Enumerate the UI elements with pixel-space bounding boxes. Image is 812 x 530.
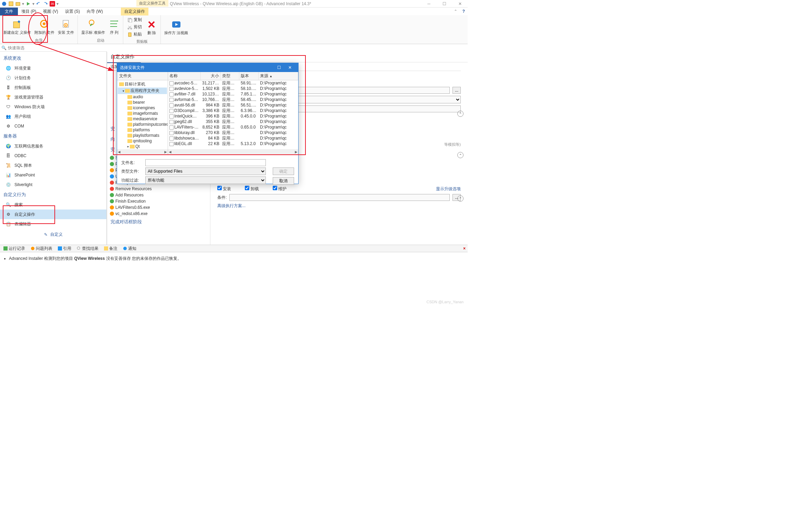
tree-hscroll[interactable]: ◄► [117, 149, 168, 155]
collapse-icon-2[interactable]: ⌃ [457, 152, 464, 158]
titlebar: ▾ ▾ 35 ▾ 自定义操作工具 QView Wireless - QView … [0, 0, 468, 8]
collapse-icon[interactable]: ⌃ [457, 111, 464, 117]
dialog-titlebar[interactable]: 选择安装文件 ☐ ✕ [117, 63, 298, 72]
btab-find[interactable]: 查找结果 [75, 245, 101, 252]
sidebar-item[interactable]: 🔍搜索 [0, 200, 106, 210]
sidebar-item[interactable]: 📋表编辑器 [0, 219, 106, 229]
file-row[interactable]: avutil-56.dll984 KB应用程序...56.51.10...D:\… [168, 102, 298, 108]
svg-rect-22 [58, 246, 62, 251]
folder-tree-item[interactable]: ▸ Qt [118, 144, 167, 149]
folder-tree-item[interactable]: qmltooling [118, 138, 167, 144]
folder-tree-item[interactable]: playlistformats [118, 133, 167, 138]
badge-icon[interactable]: 35 [50, 1, 55, 7]
delete-button[interactable]: 删 除 [145, 16, 158, 38]
open-icon[interactable] [15, 1, 21, 7]
menu-wizard[interactable]: 向导 (W) [83, 8, 106, 16]
paste-button[interactable]: 粘贴 [126, 31, 143, 38]
file-row[interactable]: libbluray.dll270 KB应用程序...D:\Program\qc [168, 130, 298, 135]
condition-field[interactable] [229, 194, 450, 201]
filename-input[interactable] [145, 159, 266, 166]
cut-button[interactable]: 剪切 [126, 24, 143, 30]
file-row[interactable]: avdevice-58...1,502 KB应用程序...58.10.10...… [168, 86, 298, 91]
sidebar-item[interactable]: 🛡Windows 防火墙 [0, 102, 106, 112]
folder-tree-item[interactable]: 目标计算机 [118, 81, 167, 88]
help-icon[interactable]: ? [462, 9, 465, 14]
sidebar-item[interactable]: 🌍互联网信息服务 [0, 141, 106, 151]
menu-file[interactable]: 文件 [0, 8, 18, 16]
tree-item[interactable]: LAVFilters0.65.exe [108, 204, 209, 211]
undo-icon[interactable] [36, 1, 41, 7]
menu-view[interactable]: 视图 (V) [40, 8, 61, 16]
install-file-button[interactable]: 安装 文件 [56, 16, 75, 37]
menu-project[interactable]: 项目 (P) [18, 8, 40, 16]
sidebar-item[interactable]: 🎛控制面板 [0, 83, 106, 92]
file-row[interactable]: avformat-58...10,766 KB应用程序...58.45.10..… [168, 97, 298, 102]
folder-tree-item[interactable]: bearer [118, 100, 167, 105]
file-row[interactable]: jpeg62.dll355 KB应用程序...D:\Program\qc [168, 119, 298, 124]
file-row[interactable]: libdshowcap...84 KB应用程序...D:\Program\qc [168, 135, 298, 141]
filetype-select[interactable]: All Supported Files [145, 167, 266, 175]
sequence-button[interactable]: 序 列 [107, 16, 121, 37]
sidebar-item[interactable]: 🌐环境变量 [0, 63, 106, 73]
folder-tree-item[interactable]: imageformats [118, 111, 167, 116]
folder-icon [130, 145, 135, 149]
sidebar-customize[interactable]: ✎自定义 [0, 229, 106, 240]
run-icon[interactable] [25, 1, 31, 7]
folder-tree-item[interactable]: audio [118, 94, 167, 100]
menu-settings[interactable]: 设置 (S) [62, 8, 83, 16]
bottom-close-icon[interactable]: × [463, 246, 466, 251]
btab-runlog[interactable]: 运行记录 [1, 245, 27, 252]
dialog-close-icon[interactable]: ✕ [284, 63, 295, 72]
tree-item[interactable]: Add Resources [108, 192, 209, 198]
minimize-button[interactable]: ─ [421, 0, 437, 8]
folder-tree-item[interactable]: platforms [118, 127, 167, 133]
browse-button[interactable]: ... [452, 87, 461, 94]
btab-issues[interactable]: 问题列表 [29, 245, 54, 252]
quick-filter-input[interactable] [8, 45, 105, 50]
sidebar-item[interactable]: 💿Silverlight [0, 180, 106, 190]
sidebar-item[interactable]: 📜SQL 脚本 [0, 161, 106, 170]
collapse-ribbon-icon[interactable]: ⌃ [454, 9, 457, 14]
save-icon[interactable] [8, 1, 14, 7]
tree-item[interactable]: Finish Execution [108, 198, 209, 204]
video-button[interactable]: 操作方 法视频 [163, 16, 189, 38]
attached-file-button[interactable]: 附加的 文件 [33, 16, 56, 37]
sidebar-item[interactable]: 🗄ODBC [0, 151, 106, 161]
sidebar-item[interactable]: 🕐计划任务 [0, 73, 106, 83]
copy-button[interactable]: 复制 [126, 17, 143, 23]
file-row[interactable]: avfilter-7.dll10,123 KB应用程序...7.85.100..… [168, 91, 298, 97]
file-row[interactable]: IntelQuickSy...396 KB应用程序...0.45.0.0D:\P… [168, 113, 298, 119]
advanced-exec-link[interactable]: 高级执行方案... [217, 203, 461, 209]
sidebar-item[interactable]: 📊SharePoint [0, 170, 106, 180]
show-standard-button[interactable]: 显示标 准操作 [80, 16, 106, 37]
collapse-icon-3[interactable]: ⌃ [457, 195, 464, 202]
maximize-button[interactable]: ☐ [437, 0, 452, 8]
list-hscroll[interactable]: ◄► [168, 149, 298, 155]
btab-notify[interactable]: 通知 [121, 245, 138, 252]
folder-tree-item[interactable]: iconengines [118, 105, 167, 111]
file-row[interactable]: avcodec-58....31,217 KB应用程序...58.91.10..… [168, 80, 298, 86]
menu-custom-actions[interactable]: 自定义操作 [121, 8, 148, 16]
sidebar-item[interactable]: ⚙COM [0, 121, 106, 131]
cancel-button[interactable]: 取消 [273, 177, 294, 185]
show-advanced-link[interactable]: 显示升级选项 [436, 186, 461, 192]
window-title: QView Wireless - QView Wireless.aip (Eng… [60, 1, 421, 6]
file-row[interactable]: LAVFilters-0...8,652 KB应用程序0.65.0.0D:\Pr… [168, 124, 298, 130]
ok-button[interactable]: 确定 [273, 167, 294, 175]
sidebar-item[interactable]: 🏆游戏资源管理器 [0, 92, 106, 102]
btab-notes[interactable]: 备注 [102, 245, 119, 252]
file-row[interactable]: libEGL.dll22 KB应用程序...5.13.2.0D:\Program… [168, 141, 298, 146]
file-row[interactable]: D3Dcompile...3,386 KB应用程序...6.3.9600...D… [168, 108, 298, 113]
sidebar-item[interactable]: 👥用户和组 [0, 112, 106, 121]
sidebar-item[interactable]: ⚙自定义操作 [0, 210, 106, 219]
redo-icon[interactable] [43, 1, 48, 7]
folder-tree-item[interactable]: platforminputcontexts [118, 122, 167, 127]
tree-item[interactable]: vc_redist.x86.exe [108, 211, 209, 217]
dialog-maximize-icon[interactable]: ☐ [273, 63, 284, 72]
folder-tree-item[interactable]: mediaservice [118, 116, 167, 122]
func-filter-select[interactable]: 所有功能 [145, 176, 266, 184]
new-custom-action-button[interactable]: 新建自定 义操作 [2, 16, 32, 37]
folder-tree-item[interactable]: ▾ 应用程序文件夹 [118, 88, 167, 94]
close-button[interactable]: ✕ [452, 0, 468, 8]
btab-refs[interactable]: 引用 [56, 245, 73, 252]
